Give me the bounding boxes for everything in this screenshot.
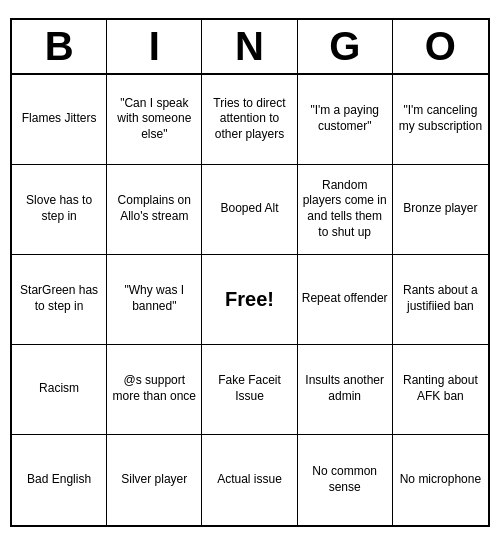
bingo-cell-r3c3: Free! xyxy=(202,255,297,345)
cell-text: Flames Jitters xyxy=(22,111,97,127)
cell-text: Bad English xyxy=(27,472,91,488)
bingo-cell-r5c4: No common sense xyxy=(298,435,393,525)
bingo-grid: Flames Jitters"Can I speak with someone … xyxy=(12,75,488,525)
header-letter: I xyxy=(107,20,202,73)
bingo-cell-r3c1: StarGreen has to step in xyxy=(12,255,107,345)
bingo-header: BINGO xyxy=(12,20,488,75)
cell-text: Random players come in and tells them to… xyxy=(302,178,388,240)
bingo-cell-r3c2: "Why was I banned" xyxy=(107,255,202,345)
header-letter: O xyxy=(393,20,488,73)
bingo-cell-r4c4: Insults another admin xyxy=(298,345,393,435)
cell-text: Actual issue xyxy=(217,472,282,488)
cell-text: Tries to direct attention to other playe… xyxy=(206,96,292,143)
bingo-cell-r5c3: Actual issue xyxy=(202,435,297,525)
bingo-cell-r2c4: Random players come in and tells them to… xyxy=(298,165,393,255)
header-letter: G xyxy=(298,20,393,73)
cell-text: Bronze player xyxy=(403,201,477,217)
bingo-cell-r1c5: "I'm canceling my subscription xyxy=(393,75,488,165)
cell-text: Fake Faceit Issue xyxy=(206,373,292,404)
bingo-cell-r2c5: Bronze player xyxy=(393,165,488,255)
cell-text: Slove has to step in xyxy=(16,193,102,224)
bingo-cell-r3c5: Rants about a justifiied ban xyxy=(393,255,488,345)
header-letter: N xyxy=(202,20,297,73)
bingo-cell-r4c3: Fake Faceit Issue xyxy=(202,345,297,435)
cell-text: No microphone xyxy=(400,472,481,488)
bingo-cell-r4c2: @s support more than once xyxy=(107,345,202,435)
bingo-cell-r4c1: Racism xyxy=(12,345,107,435)
cell-text: StarGreen has to step in xyxy=(16,283,102,314)
cell-text: "Can I speak with someone else" xyxy=(111,96,197,143)
header-letter: B xyxy=(12,20,107,73)
cell-text: @s support more than once xyxy=(111,373,197,404)
bingo-cell-r5c5: No microphone xyxy=(393,435,488,525)
cell-text: Complains on Allo's stream xyxy=(111,193,197,224)
cell-text: "I'm canceling my subscription xyxy=(397,103,484,134)
cell-text: No common sense xyxy=(302,464,388,495)
cell-text: Racism xyxy=(39,381,79,397)
cell-text: Booped Alt xyxy=(220,201,278,217)
cell-text: Rants about a justifiied ban xyxy=(397,283,484,314)
bingo-cell-r1c4: "I'm a paying customer" xyxy=(298,75,393,165)
bingo-cell-r1c2: "Can I speak with someone else" xyxy=(107,75,202,165)
cell-text: Ranting about AFK ban xyxy=(397,373,484,404)
bingo-card: BINGO Flames Jitters"Can I speak with so… xyxy=(10,18,490,527)
cell-text: "Why was I banned" xyxy=(111,283,197,314)
cell-text: Repeat offender xyxy=(302,291,388,307)
bingo-cell-r4c5: Ranting about AFK ban xyxy=(393,345,488,435)
cell-text: Silver player xyxy=(121,472,187,488)
bingo-cell-r2c3: Booped Alt xyxy=(202,165,297,255)
bingo-cell-r5c1: Bad English xyxy=(12,435,107,525)
bingo-cell-r2c2: Complains on Allo's stream xyxy=(107,165,202,255)
bingo-cell-r3c4: Repeat offender xyxy=(298,255,393,345)
cell-text: "I'm a paying customer" xyxy=(302,103,388,134)
bingo-cell-r1c1: Flames Jitters xyxy=(12,75,107,165)
cell-text: Insults another admin xyxy=(302,373,388,404)
cell-text: Free! xyxy=(225,286,274,312)
bingo-cell-r2c1: Slove has to step in xyxy=(12,165,107,255)
bingo-cell-r1c3: Tries to direct attention to other playe… xyxy=(202,75,297,165)
bingo-cell-r5c2: Silver player xyxy=(107,435,202,525)
